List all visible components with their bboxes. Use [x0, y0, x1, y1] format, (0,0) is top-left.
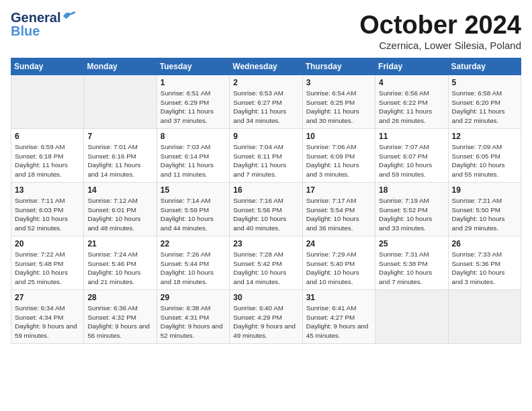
day-info: Sunrise: 7:16 AM Sunset: 5:56 PM Dayligh…	[233, 196, 298, 233]
day-info: Sunrise: 7:31 AM Sunset: 5:38 PM Dayligh…	[379, 250, 444, 287]
header-monday: Monday	[84, 58, 157, 75]
logo: General Blue	[11, 11, 77, 38]
day-number: 27	[15, 293, 80, 302]
calendar-cell: 25Sunrise: 7:31 AM Sunset: 5:38 PM Dayli…	[375, 236, 448, 290]
day-info: Sunrise: 7:29 AM Sunset: 5:40 PM Dayligh…	[306, 250, 371, 287]
day-info: Sunrise: 6:38 AM Sunset: 4:31 PM Dayligh…	[161, 304, 226, 340]
day-info: Sunrise: 7:17 AM Sunset: 5:54 PM Dayligh…	[306, 196, 371, 233]
general-text: General	[11, 11, 60, 24]
calendar-cell: 24Sunrise: 7:29 AM Sunset: 5:40 PM Dayli…	[302, 236, 375, 290]
day-info: Sunrise: 6:58 AM Sunset: 6:20 PM Dayligh…	[452, 89, 517, 126]
day-number: 17	[306, 185, 371, 195]
day-number: 6	[15, 132, 80, 141]
day-info: Sunrise: 6:40 AM Sunset: 4:29 PM Dayligh…	[233, 304, 298, 340]
calendar-cell: 16Sunrise: 7:16 AM Sunset: 5:56 PM Dayli…	[230, 183, 302, 236]
calendar-cell: 9Sunrise: 7:04 AM Sunset: 6:11 PM Daylig…	[230, 129, 302, 183]
day-info: Sunrise: 7:26 AM Sunset: 5:44 PM Dayligh…	[161, 250, 226, 287]
calendar-cell: 17Sunrise: 7:17 AM Sunset: 5:54 PM Dayli…	[302, 183, 375, 236]
calendar-week-2: 6Sunrise: 6:59 AM Sunset: 6:18 PM Daylig…	[11, 129, 521, 183]
day-number: 13	[15, 185, 80, 195]
day-number: 28	[87, 293, 152, 302]
day-number: 22	[161, 239, 226, 248]
day-info: Sunrise: 7:22 AM Sunset: 5:48 PM Dayligh…	[15, 250, 80, 287]
day-info: Sunrise: 6:54 AM Sunset: 6:25 PM Dayligh…	[306, 89, 371, 126]
calendar-week-1: 1Sunrise: 6:51 AM Sunset: 6:29 PM Daylig…	[11, 75, 521, 129]
calendar-cell: 14Sunrise: 7:12 AM Sunset: 6:01 PM Dayli…	[84, 183, 157, 236]
day-number: 29	[161, 293, 226, 302]
header-friday: Friday	[375, 58, 448, 75]
calendar-cell: 23Sunrise: 7:28 AM Sunset: 5:42 PM Dayli…	[230, 236, 302, 290]
calendar-cell: 2Sunrise: 6:53 AM Sunset: 6:27 PM Daylig…	[230, 75, 302, 129]
day-info: Sunrise: 7:09 AM Sunset: 6:05 PM Dayligh…	[452, 142, 517, 179]
calendar-cell: 26Sunrise: 7:33 AM Sunset: 5:36 PM Dayli…	[448, 236, 521, 290]
calendar-cell: 3Sunrise: 6:54 AM Sunset: 6:25 PM Daylig…	[302, 75, 375, 129]
day-number: 31	[306, 293, 371, 302]
day-number: 15	[161, 185, 226, 195]
day-number: 18	[379, 185, 444, 195]
calendar-cell: 1Sunrise: 6:51 AM Sunset: 6:29 PM Daylig…	[157, 75, 229, 129]
calendar-cell	[448, 290, 521, 344]
day-info: Sunrise: 7:01 AM Sunset: 6:16 PM Dayligh…	[87, 142, 152, 179]
day-number: 25	[379, 239, 444, 248]
location-subtitle: Czernica, Lower Silesia, Poland	[359, 40, 521, 51]
day-info: Sunrise: 7:21 AM Sunset: 5:50 PM Dayligh…	[452, 196, 517, 233]
day-number: 5	[452, 78, 517, 87]
day-info: Sunrise: 6:36 AM Sunset: 4:32 PM Dayligh…	[87, 304, 152, 340]
day-number: 7	[87, 132, 152, 141]
calendar-cell: 28Sunrise: 6:36 AM Sunset: 4:32 PM Dayli…	[84, 290, 157, 344]
calendar-cell: 19Sunrise: 7:21 AM Sunset: 5:50 PM Dayli…	[448, 183, 521, 236]
calendar-cell: 5Sunrise: 6:58 AM Sunset: 6:20 PM Daylig…	[448, 75, 521, 129]
calendar-cell	[375, 290, 448, 344]
header-saturday: Saturday	[448, 58, 521, 75]
day-number: 8	[161, 132, 226, 141]
day-info: Sunrise: 7:07 AM Sunset: 6:07 PM Dayligh…	[379, 142, 444, 179]
header-wednesday: Wednesday	[230, 58, 302, 75]
day-number: 11	[379, 132, 444, 141]
day-info: Sunrise: 6:59 AM Sunset: 6:18 PM Dayligh…	[15, 142, 80, 179]
day-number: 24	[306, 239, 371, 248]
day-info: Sunrise: 7:14 AM Sunset: 5:59 PM Dayligh…	[161, 196, 226, 233]
day-number: 12	[452, 132, 517, 141]
bird-logo-icon	[62, 10, 77, 22]
day-info: Sunrise: 6:51 AM Sunset: 6:29 PM Dayligh…	[161, 89, 226, 126]
calendar-cell: 13Sunrise: 7:11 AM Sunset: 6:03 PM Dayli…	[11, 183, 84, 236]
calendar-week-3: 13Sunrise: 7:11 AM Sunset: 6:03 PM Dayli…	[11, 183, 521, 236]
day-number: 1	[161, 78, 226, 87]
day-number: 16	[233, 185, 298, 195]
calendar-cell	[84, 75, 157, 129]
day-info: Sunrise: 7:03 AM Sunset: 6:14 PM Dayligh…	[161, 142, 226, 179]
day-info: Sunrise: 6:41 AM Sunset: 4:27 PM Dayligh…	[306, 304, 371, 340]
day-number: 19	[452, 185, 517, 195]
day-number: 10	[306, 132, 371, 141]
calendar-cell: 27Sunrise: 6:34 AM Sunset: 4:34 PM Dayli…	[11, 290, 84, 344]
day-info: Sunrise: 6:56 AM Sunset: 6:22 PM Dayligh…	[379, 89, 444, 126]
page-header: General Blue October 2024 Czernica, Lowe…	[11, 11, 521, 51]
day-number: 26	[452, 239, 517, 248]
calendar-cell: 21Sunrise: 7:24 AM Sunset: 5:46 PM Dayli…	[84, 236, 157, 290]
day-info: Sunrise: 7:19 AM Sunset: 5:52 PM Dayligh…	[379, 196, 444, 233]
day-info: Sunrise: 7:24 AM Sunset: 5:46 PM Dayligh…	[87, 250, 152, 287]
day-info: Sunrise: 7:11 AM Sunset: 6:03 PM Dayligh…	[15, 196, 80, 233]
day-info: Sunrise: 6:53 AM Sunset: 6:27 PM Dayligh…	[233, 89, 298, 126]
calendar-week-4: 20Sunrise: 7:22 AM Sunset: 5:48 PM Dayli…	[11, 236, 521, 290]
day-info: Sunrise: 7:06 AM Sunset: 6:09 PM Dayligh…	[306, 142, 371, 179]
day-number: 3	[306, 78, 371, 87]
calendar-cell: 12Sunrise: 7:09 AM Sunset: 6:05 PM Dayli…	[448, 129, 521, 183]
day-info: Sunrise: 7:12 AM Sunset: 6:01 PM Dayligh…	[87, 196, 152, 233]
calendar-cell: 6Sunrise: 6:59 AM Sunset: 6:18 PM Daylig…	[11, 129, 84, 183]
calendar-week-5: 27Sunrise: 6:34 AM Sunset: 4:34 PM Dayli…	[11, 290, 521, 344]
day-info: Sunrise: 7:04 AM Sunset: 6:11 PM Dayligh…	[233, 142, 298, 179]
day-number: 2	[233, 78, 298, 87]
header-sunday: Sunday	[11, 58, 84, 75]
day-number: 9	[233, 132, 298, 141]
calendar-cell: 8Sunrise: 7:03 AM Sunset: 6:14 PM Daylig…	[157, 129, 229, 183]
header-thursday: Thursday	[302, 58, 375, 75]
calendar-cell: 30Sunrise: 6:40 AM Sunset: 4:29 PM Dayli…	[230, 290, 302, 344]
calendar-cell	[11, 75, 84, 129]
calendar-cell: 15Sunrise: 7:14 AM Sunset: 5:59 PM Dayli…	[157, 183, 229, 236]
day-number: 4	[379, 78, 444, 87]
calendar-cell: 20Sunrise: 7:22 AM Sunset: 5:48 PM Dayli…	[11, 236, 84, 290]
day-number: 21	[87, 239, 152, 248]
calendar-cell: 10Sunrise: 7:06 AM Sunset: 6:09 PM Dayli…	[302, 129, 375, 183]
calendar-header-row: SundayMondayTuesdayWednesdayThursdayFrid…	[11, 58, 521, 75]
